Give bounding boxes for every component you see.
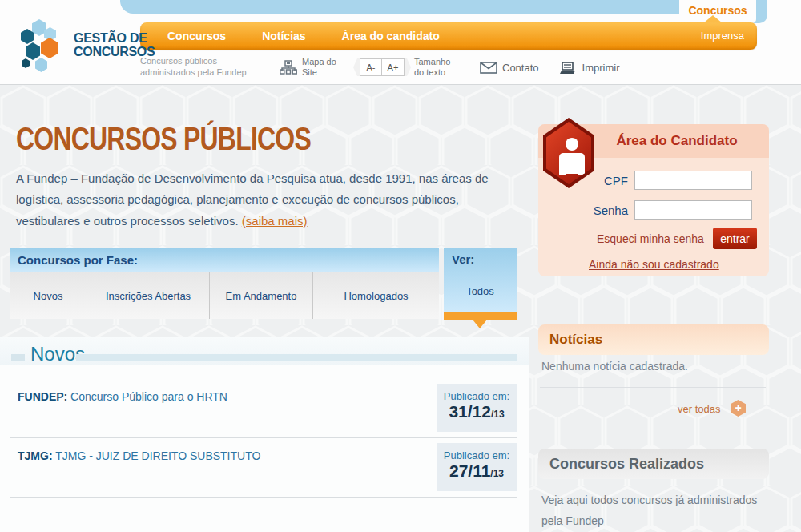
subnav: Concursos públicos administrados pela Fu… — [140, 53, 765, 82]
active-tab-arrow — [473, 320, 487, 328]
tab-homologados[interactable]: Homologados — [312, 272, 439, 319]
logo-text: GESTÃO DE CONCURSOS — [74, 32, 155, 59]
print-label: Imprimir — [582, 62, 620, 74]
list-item-title[interactable]: TJMG: TJMG - JUIZ DE DIREITO SUBSTITUTO — [18, 449, 260, 462]
sitemap-icon — [280, 60, 297, 75]
page: Concursos Concursos Notícias Área do can… — [0, 0, 801, 532]
header: Concursos Concursos Notícias Área do can… — [0, 0, 801, 85]
ver-label: Ver: — [444, 248, 517, 266]
forgot-password-link[interactable]: Esqueci minha senha — [597, 232, 704, 245]
section-bar-right — [76, 354, 517, 361]
top-blue-strip — [120, 0, 757, 14]
done-box-header: Concursos Realizados — [538, 449, 769, 479]
sitemap-link[interactable]: Mapa do Site — [280, 57, 339, 78]
font-decrease-button[interactable]: A- — [360, 58, 382, 76]
candidate-hexagon — [543, 118, 594, 188]
published-year: /13 — [491, 409, 505, 420]
tagline: Concursos públicos administrados pela Fu… — [140, 56, 268, 79]
login-button[interactable]: entrar — [713, 228, 757, 249]
font-size-control: A- A+ — [353, 58, 411, 76]
nav-item-noticias[interactable]: Notícias — [244, 22, 323, 50]
sitemap-label: Mapa do Site — [302, 57, 339, 78]
list-divider — [10, 497, 517, 498]
printer-icon — [558, 61, 578, 75]
saiba-mais-link[interactable]: (saiba mais) — [242, 214, 308, 228]
contact-link[interactable]: Contato — [480, 62, 539, 74]
tab-todos-active[interactable]: Todos — [444, 285, 517, 297]
print-link[interactable]: Imprimir — [558, 61, 620, 75]
filter-tabs: Novos Inscrições Abertas Em Andamento Ho… — [10, 272, 439, 319]
active-tab-indicator — [444, 312, 517, 320]
published-label: Publicado em: — [437, 390, 517, 402]
see-all-news-link[interactable]: ver todas — [678, 403, 720, 415]
page-title: CONCURSOS PÚBLICOS — [16, 120, 311, 158]
logo[interactable]: GESTÃO DE CONCURSOS — [19, 18, 139, 75]
item-date-box: Publicado em: 27/11/13 — [437, 443, 517, 491]
published-date: 31/12 — [449, 402, 491, 421]
nav-item-area-do-candidato[interactable]: Área do candidato — [324, 22, 457, 50]
news-divider — [540, 387, 766, 388]
intro-paragraph: A Fundep – Fundação de Desenvolvimento d… — [16, 168, 522, 232]
font-size-label: Tamanho do texto — [414, 57, 457, 78]
published-label: Publicado em: — [437, 449, 517, 461]
envelope-icon — [480, 62, 497, 74]
tab-novos[interactable]: Novos — [10, 272, 87, 319]
font-increase-button[interactable]: A+ — [382, 58, 405, 76]
item-name: TJMG - JUIZ DE DIREITO SUBSTITUTO — [53, 449, 261, 462]
item-org: TJMG: — [18, 449, 53, 462]
item-date-box: Publicado em: 31/12/13 — [437, 384, 517, 432]
list-divider — [10, 437, 517, 438]
contact-label: Contato — [502, 62, 539, 74]
published-year: /13 — [490, 468, 504, 479]
item-org: FUNDEP: — [18, 390, 67, 403]
item-name: Concurso Público para o HRTN — [67, 390, 227, 403]
news-empty-text: Nenhuma notícia cadastrada. — [541, 360, 688, 373]
cpf-input[interactable] — [634, 171, 752, 190]
tab-inscricoes-abertas[interactable]: Inscrições Abertas — [87, 272, 209, 319]
done-box-text: Veja aqui todos concursos já administrad… — [541, 490, 767, 532]
main-nav: Concursos Notícias Área do candidato Imp… — [140, 22, 757, 50]
nav-item-concursos[interactable]: Concursos — [150, 22, 244, 50]
list-item-title[interactable]: FUNDEP: Concurso Público para o HRTN — [18, 390, 227, 403]
tab-em-andamento[interactable]: Em Andamento — [209, 272, 312, 319]
filter-ver-column: Ver: Todos — [444, 248, 517, 312]
section-bar-left — [11, 354, 25, 361]
senha-label: Senha — [545, 204, 634, 217]
filter-header: Concursos por Fase: — [10, 248, 439, 272]
senha-row: Senha — [545, 200, 752, 220]
senha-input[interactable] — [634, 200, 752, 220]
news-box-header: Notícias — [538, 324, 769, 355]
published-date: 27/11 — [449, 461, 490, 480]
register-link[interactable]: Ainda não sou cadastrado — [589, 258, 719, 271]
nav-item-imprensa[interactable]: Imprensa — [701, 22, 744, 50]
